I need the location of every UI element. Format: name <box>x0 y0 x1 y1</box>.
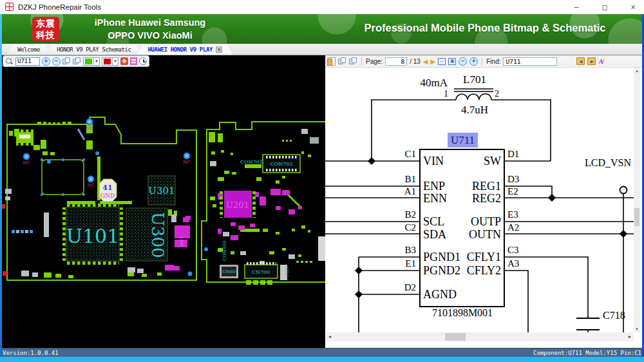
pin-designator: E3 <box>507 209 518 220</box>
zoom-in-button[interactable]: + <box>42 57 50 66</box>
pcb-label-cn700: CN700 <box>252 269 270 275</box>
tab-bitmap-active[interactable]: HUAWEI HONOR V9 PLAY x <box>138 44 232 55</box>
component-search-input[interactable] <box>15 57 40 66</box>
layer-list-icon[interactable] <box>130 57 137 65</box>
mark-color-picker[interactable]: ▼ <box>102 57 118 66</box>
minimize-button[interactable]: – <box>569 3 583 12</box>
inductor-pin2: 2 <box>495 89 499 99</box>
search-icon <box>5 57 14 66</box>
find-input[interactable] <box>503 57 557 66</box>
tab-bitmap-label: HUAWEI HONOR V9 PLAY <box>148 46 213 53</box>
brand-logo-bottom: 科技 <box>32 29 59 41</box>
window-title: DZKJ PhoneRepair Tools <box>18 3 101 11</box>
horizontal-scroll-thumb[interactable] <box>445 333 466 341</box>
pcb-label-sel3: SEL3 <box>285 267 290 277</box>
maximize-button[interactable]: □ <box>598 3 612 12</box>
pcb-label-com600: COM600 <box>222 240 227 261</box>
scroll-up-arrow[interactable]: ▲ <box>634 68 640 74</box>
schematic-canvas[interactable]: U711 40mA L701 1 2 4.7uH LCD_VSN C718 71… <box>325 68 634 332</box>
pin-designator: D1 <box>507 149 519 160</box>
previous-view-icon[interactable] <box>338 57 346 65</box>
highlight-color-picker[interactable]: ▼ <box>83 57 100 66</box>
scroll-down-arrow[interactable]: ▼ <box>634 326 640 332</box>
find-next-icon[interactable]: ▸ <box>587 57 596 65</box>
scroll-right-arrow[interactable]: ► <box>626 332 634 341</box>
red-swatch[interactable] <box>104 59 111 64</box>
pcb-label-l100: L100 <box>180 236 184 247</box>
status-version: Version:1.0.0.41 <box>3 350 59 356</box>
flip-board-top-icon[interactable] <box>62 57 71 65</box>
close-button[interactable]: × <box>626 3 640 12</box>
pcb-label-u201: U201 <box>226 200 249 210</box>
pin-name: SW <box>441 155 501 168</box>
pcb-bitmap-canvas[interactable]: NC <box>5 68 325 348</box>
find-previous-icon[interactable]: ◂ <box>576 57 585 65</box>
page-number-input[interactable] <box>385 57 407 66</box>
pin-designator: A3 <box>507 258 519 269</box>
pin-designator: B1 <box>379 174 416 185</box>
pcb-label-u300: U300 <box>148 212 167 258</box>
prev-page-button[interactable]: ◀ <box>423 57 428 66</box>
select-text-icon[interactable]: A̸ <box>598 57 603 65</box>
pcb-label-con601: CON601 <box>220 269 238 274</box>
tab-welcome[interactable]: Welcome <box>7 44 50 55</box>
brand-logo-top: 东震 <box>32 17 59 29</box>
fit-width-icon[interactable]: ↔ <box>438 58 446 65</box>
pin-designator: D3 <box>507 174 519 185</box>
scroll-left-arrow[interactable]: ◄ <box>326 332 334 341</box>
tab-schematic[interactable]: HONOR V9 PLAY Schematic <box>46 44 141 55</box>
pcb-connector-con702[interactable]: CON702 <box>263 155 300 173</box>
window-border-bottom <box>0 357 644 362</box>
green-swatch-dropdown[interactable]: ▼ <box>93 58 99 65</box>
banner-brands-line2: OPPO VIVO XiaoMi <box>66 29 234 42</box>
app-window: DZKJ PhoneRepair Tools – □ × 东震 科技 iPhon… <box>0 0 644 362</box>
history-icon[interactable] <box>139 57 147 65</box>
pin-designator: D2 <box>379 282 416 293</box>
red-swatch-dropdown[interactable]: ▼ <box>112 58 118 65</box>
pcb-edge-marker <box>2 204 5 209</box>
vertical-scroll-thumb[interactable] <box>634 208 639 226</box>
pin-designator: E2 <box>507 186 518 197</box>
schematic-zoom-out-button[interactable]: − <box>459 57 467 66</box>
bitmap-tool-group: + − ▼ ▼ ✥ <box>3 55 149 67</box>
pin-designator: E1 <box>379 258 416 269</box>
tab-welcome-label: Welcome <box>17 46 40 53</box>
next-page-button[interactable]: ▶ <box>431 57 436 66</box>
pcb-connector-cn700[interactable]: CN700 <box>245 262 278 278</box>
tab-bar: Welcome HONOR V9 PLAY Schematic HUAWEI H… <box>2 44 642 55</box>
open-page-icon[interactable] <box>328 57 336 66</box>
pcb-connector-con601[interactable]: CON601 <box>220 265 238 278</box>
inductor-pin1: 1 <box>444 89 448 99</box>
find-label: Find: <box>486 58 500 65</box>
toolbar-row: + − ▼ ▼ ✥ Page: <box>2 55 642 68</box>
pcb-label-con702: CON702 <box>270 161 293 167</box>
pin-name: REG1 <box>441 180 501 193</box>
vertical-scrollbar[interactable]: ▲ ▼ <box>634 68 640 332</box>
tab-close-icon[interactable]: x <box>216 46 222 53</box>
net-terminal-circle <box>620 187 627 194</box>
pin-name: CFLY1 <box>441 251 501 264</box>
clear-marks-icon[interactable]: ✥ <box>120 57 128 65</box>
banner-brands-line1: iPhone Huawei Samsung <box>66 16 234 29</box>
green-swatch[interactable] <box>85 59 92 64</box>
title-bar[interactable]: DZKJ PhoneRepair Tools – □ × <box>0 0 644 14</box>
pcb-bitmap-view[interactable]: NC <box>2 68 325 348</box>
pcb-label-con701: CON701 <box>240 159 263 165</box>
next-view-icon[interactable] <box>349 57 357 65</box>
pin-designator: C2 <box>379 222 416 233</box>
status-component: Component:U711 Model:Y15 Pin:C1 <box>533 350 641 356</box>
pin-designator: B3 <box>379 245 416 256</box>
schematic-zoom-in-button[interactable]: + <box>469 57 478 66</box>
fit-page-icon[interactable]: ▣ <box>448 58 456 65</box>
zoom-out-button[interactable]: − <box>52 57 61 66</box>
pin-designator: B2 <box>379 209 416 220</box>
brand-logo: 东震 科技 <box>32 17 59 41</box>
horizontal-scrollbar[interactable]: ◄ ► <box>326 332 634 341</box>
chip-part-number: 7101898M001 <box>414 307 511 319</box>
component-ref-highlight[interactable]: U711 <box>448 133 478 148</box>
pin-name: REG2 <box>441 192 501 205</box>
pcb-ball-41-number: 41 <box>102 184 112 192</box>
banner-brands: iPhone Huawei Samsung OPPO VIVO XiaoMi <box>66 16 234 42</box>
capacitor-ref-c718: C718 <box>603 310 625 321</box>
flip-board-bottom-icon[interactable] <box>73 57 81 65</box>
